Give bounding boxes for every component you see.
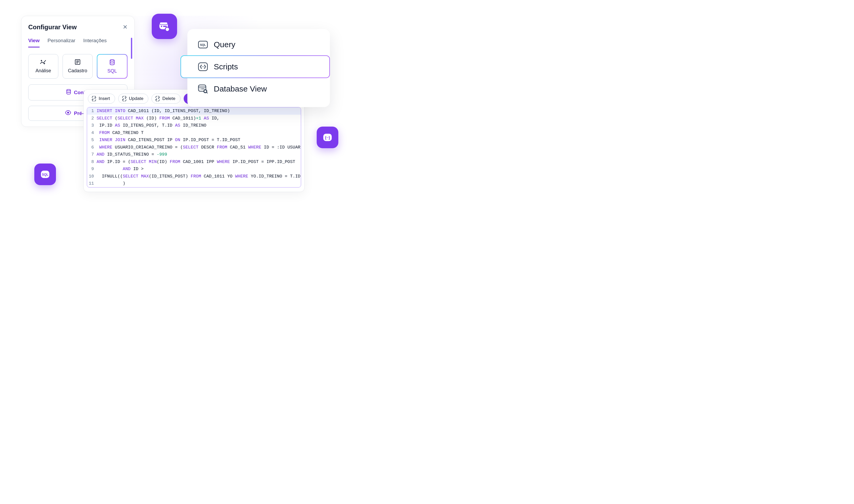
code-content: AND ID_STATUS_TREINO = -999 [97,151,170,158]
svg-rect-9 [160,22,167,24]
code-line: 8 AND IP.ID = (SELECT MIN(ID) FROM CAD_1… [87,158,301,166]
code-content: SELECT (SELECT MAX (ID) FROM CAD_1011)+1… [97,115,223,122]
code-area[interactable]: 1 INSERT INTO CAD_1011 (ID, ID_ITENS_POS… [87,107,301,187]
svg-point-22 [203,67,204,67]
svg-rect-11 [163,26,167,27]
data-source-menu: SQL Query Scripts [187,29,330,107]
code-content: INSERT INTO CAD_1011 (ID, ID_ITENS_POST,… [97,107,233,115]
code-line: 10 IFNULL((SELECT MAX(ID_ITENS_POST) FRO… [87,173,301,180]
svg-text:{··}: {··} [325,135,330,140]
menu-scripts-label: Scripts [214,62,238,71]
config-tabs: View Personalizar Interações [28,38,127,48]
close-icon[interactable]: ✕ [123,24,127,30]
svg-text:SQL: SQL [42,173,49,177]
code-refresh-icon [91,96,97,101]
code-line: 4 FROM CAD_TREINO T [87,129,301,137]
code-content: AND ID > [97,165,147,173]
update-btn-label: Update [129,96,143,101]
tab-interactions[interactable]: Interações [83,38,107,48]
form-list-icon [75,59,81,65]
insert-btn-label: Insert [99,96,110,101]
code-braces-icon [198,62,208,72]
code-refresh-icon [155,96,160,101]
code-line: 7 AND ID_STATUS_TREINO = -999 [87,151,301,158]
sql-icon: SQL [198,39,208,50]
insert-button[interactable]: Insert [88,94,115,104]
sparkle-chart-icon [40,59,47,65]
tab-view[interactable]: View [28,38,39,48]
database-icon [109,59,115,65]
code-content: IFNULL((SELECT MAX(ID_ITENS_POST) FROM C… [97,173,301,180]
menu-query-label: Query [214,40,236,49]
code-content: INNER JOIN CAD_ITENS_POST IP ON IP.ID_PO… [97,136,244,144]
menu-item-database-view[interactable]: Database View [187,78,330,100]
code-line: 5 INNER JOIN CAD_ITENS_POST IP ON IP.ID_… [87,136,301,144]
svg-line-13 [169,31,170,32]
svg-text:SQL: SQL [200,43,206,47]
code-line: 2 SELECT (SELECT MAX (ID) FROM CAD_1011)… [87,115,301,122]
code-content: FROM CAD_TREINO T [97,129,147,137]
delete-button[interactable]: Delete [152,94,180,104]
code-line: 6 WHERE USUARIO_CRIACAO_TREINO = (SELECT… [87,144,301,151]
svg-point-5 [67,89,71,91]
mode-sql[interactable]: SQL [97,54,127,78]
mode-analise[interactable]: Análise [28,54,58,78]
code-line: 1 INSERT INTO CAD_1011 (ID, ID_ITENS_POS… [87,107,301,115]
svg-line-29 [206,92,207,93]
config-title: Configurar View [28,23,77,31]
code-content: AND IP.ID = (SELECT MIN(ID) FROM CAD_100… [97,158,298,166]
mode-cards: Análise Cadastro [28,54,127,78]
mode-cadastro[interactable]: Cadastro [63,54,93,78]
mode-analise-label: Análise [35,68,51,74]
code-line: 3 IP.ID AS ID_ITENS_POST, T.ID AS ID_TRE… [87,122,301,129]
app-badge-sql: SQL [34,163,56,185]
update-button[interactable]: Update [118,94,149,104]
menu-db-view-label: Database View [214,84,267,93]
mode-cadastro-label: Cadastro [68,68,87,74]
code-content: IP.ID AS ID_ITENS_POST, T.ID AS ID_TREIN… [97,122,210,129]
code-refresh-icon [122,96,127,101]
code-content: WHERE USUARIO_CRIACAO_TREINO = (SELECT D… [97,144,301,151]
delete-btn-label: Delete [162,96,175,101]
code-line: 11 ) [87,180,301,187]
svg-point-21 [202,67,203,67]
svg-point-25 [200,89,201,89]
app-badge-database-search [152,14,177,39]
svg-point-6 [67,112,69,114]
app-badge-code: {··} [317,127,338,148]
eye-icon [65,110,71,116]
code-content: ) [97,180,128,187]
menu-item-query[interactable]: SQL Query [187,34,330,55]
config-header: Configurar View ✕ [28,23,127,31]
database-icon [66,89,71,96]
svg-point-4 [110,60,114,61]
tab-personalize[interactable]: Personalizar [48,38,75,48]
database-search-icon [198,84,208,94]
mode-sql-label: SQL [107,68,117,74]
menu-item-scripts[interactable]: Scripts [180,55,330,78]
code-line: 9 AND ID > [87,165,301,173]
svg-point-10 [161,26,162,27]
